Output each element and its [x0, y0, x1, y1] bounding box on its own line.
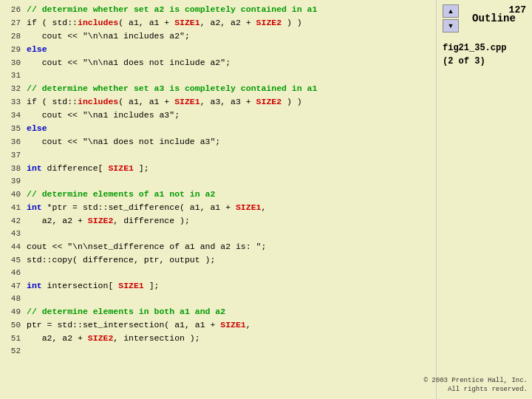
- line-content: // determine whether set a3 is completel…: [27, 82, 317, 95]
- table-row: 46: [0, 267, 436, 279]
- line-number: 27: [0, 17, 27, 30]
- table-row: 38int difference[ SIZE1 ];: [0, 162, 436, 175]
- table-row: 39: [0, 175, 436, 188]
- line-content: if ( std::includes( a1, a1 + SIZE1, a2, …: [27, 16, 302, 30]
- line-content: ptr = std::set_intersection( a1, a1 + SI…: [27, 318, 251, 332]
- table-row: 47int intersection[ SIZE1 ];: [0, 279, 436, 293]
- line-content: cout << "\n\na1 does not include a2";: [27, 56, 231, 69]
- line-content: // determine elements of a1 not in a2: [27, 188, 215, 201]
- table-row: 30 cout << "\n\na1 does not include a2";: [0, 56, 436, 69]
- line-number: 28: [0, 30, 27, 43]
- line-number: 45: [0, 254, 27, 267]
- table-row: 50ptr = std::set_intersection( a1, a1 + …: [0, 318, 436, 332]
- sidebar: 127 ▲ ▼ Outline fig21_35.cpp(2 of 3) © 2…: [436, 0, 532, 399]
- line-content: int difference[ SIZE1 ];: [27, 162, 149, 175]
- table-row: 36 cout << "\na1 does not include a3";: [0, 135, 436, 149]
- line-number: 26: [0, 4, 27, 16]
- table-row: 28 cout << "\n\na1 includes a2";: [0, 30, 436, 43]
- nav-buttons: ▲ ▼: [443, 4, 459, 33]
- line-number: 43: [0, 228, 27, 240]
- table-row: 31: [0, 69, 436, 82]
- line-number: 30: [0, 57, 27, 69]
- line-number: 29: [0, 44, 27, 56]
- line-content: int *ptr = std::set_difference( a1, a1 +…: [27, 201, 266, 214]
- table-row: 51 a2, a2 + SIZE2, intersection );: [0, 332, 436, 345]
- table-row: 40// determine elements of a1 not in a2: [0, 188, 436, 201]
- table-row: 33if ( std::includes( a1, a1 + SIZE1, a3…: [0, 95, 436, 109]
- line-number: 47: [0, 280, 27, 293]
- line-number: 39: [0, 175, 27, 188]
- table-row: 37: [0, 149, 436, 162]
- table-row: 42 a2, a2 + SIZE2, difference );: [0, 214, 436, 228]
- nav-down-button[interactable]: ▼: [443, 19, 459, 33]
- line-number: 42: [0, 215, 27, 228]
- line-content: else: [27, 122, 47, 135]
- table-row: 35else: [0, 122, 436, 135]
- table-row: 32// determine whether set a3 is complet…: [0, 82, 436, 95]
- line-number: 31: [0, 69, 27, 82]
- copyright: © 2003 Prentice Hall, Inc.All rights res…: [424, 376, 528, 395]
- line-number: 40: [0, 188, 27, 201]
- line-content: // determine elements in both a1 and a2: [27, 305, 225, 318]
- line-content: a2, a2 + SIZE2, difference );: [27, 214, 190, 228]
- outline-label: Outline: [462, 13, 526, 24]
- line-number: 37: [0, 149, 27, 162]
- line-number: 48: [0, 293, 27, 305]
- line-content: cout << "\n\nset_difference of a1 and a2…: [27, 240, 266, 253]
- table-row: 52: [0, 345, 436, 358]
- sidebar-header: ▲ ▼ Outline: [443, 4, 526, 33]
- line-number: 44: [0, 241, 27, 253]
- line-number: 46: [0, 267, 27, 279]
- table-row: 48: [0, 293, 436, 305]
- table-row: 34 cout << "\na1 includes a3";: [0, 109, 436, 122]
- table-row: 29else: [0, 43, 436, 56]
- code-panel: 26// determine whether set a2 is complet…: [0, 0, 436, 399]
- line-number: 49: [0, 306, 27, 318]
- table-row: 27if ( std::includes( a1, a1 + SIZE1, a2…: [0, 16, 436, 30]
- table-row: 45std::copy( difference, ptr, output );: [0, 253, 436, 267]
- line-content: cout << "\na1 includes a3";: [27, 109, 180, 122]
- table-row: 41int *ptr = std::set_difference( a1, a1…: [0, 201, 436, 214]
- line-content: // determine whether set a2 is completel…: [27, 3, 317, 16]
- table-row: 44cout << "\n\nset_difference of a1 and …: [0, 240, 436, 253]
- fig-label: fig21_35.cpp(2 of 3): [443, 41, 506, 68]
- line-number: 33: [0, 96, 27, 109]
- line-content: std::copy( difference, ptr, output );: [27, 253, 215, 267]
- line-content: cout << "\na1 does not include a3";: [27, 135, 220, 149]
- table-row: 26// determine whether set a2 is complet…: [0, 3, 436, 16]
- line-content: if ( std::includes( a1, a1 + SIZE1, a3, …: [27, 95, 302, 109]
- line-content: else: [27, 43, 47, 56]
- nav-up-button[interactable]: ▲: [443, 4, 459, 18]
- line-number: 34: [0, 109, 27, 122]
- table-row: 49// determine elements in both a1 and a…: [0, 305, 436, 318]
- line-number: 32: [0, 83, 27, 95]
- line-content: cout << "\n\na1 includes a2";: [27, 30, 190, 43]
- line-content: a2, a2 + SIZE2, intersection );: [27, 332, 200, 345]
- line-number: 51: [0, 332, 27, 345]
- line-number: 35: [0, 123, 27, 135]
- line-number: 36: [0, 136, 27, 149]
- table-row: 43: [0, 228, 436, 240]
- line-number: 50: [0, 319, 27, 332]
- line-number: 41: [0, 202, 27, 214]
- line-content: int intersection[ SIZE1 ];: [27, 279, 159, 293]
- line-number: 38: [0, 163, 27, 175]
- line-number: 52: [0, 345, 27, 358]
